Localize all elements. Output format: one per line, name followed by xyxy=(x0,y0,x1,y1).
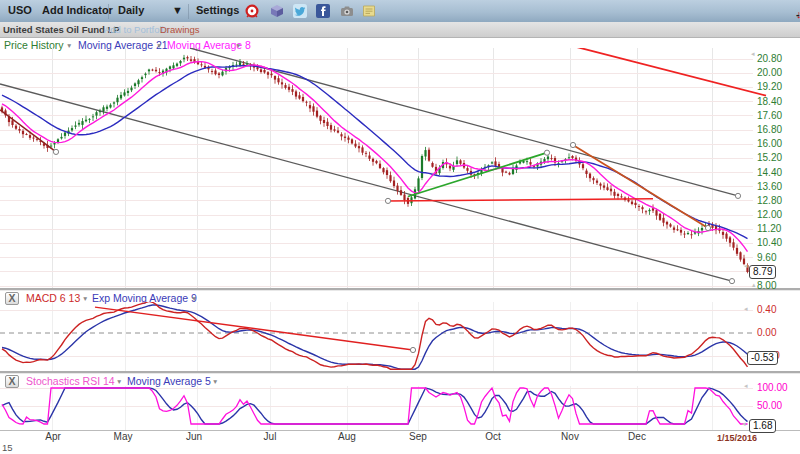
stoch-chart-canvas[interactable] xyxy=(0,386,800,430)
price-axis-label: 10.40 xyxy=(757,237,782,249)
chevron-down-icon[interactable]: ▼ xyxy=(191,295,197,302)
settings-button[interactable]: Settings xyxy=(196,4,239,16)
price-axis-label: 8.00 xyxy=(757,280,776,292)
scroll-arrow-icon[interactable]: ▴ xyxy=(752,281,756,289)
price-axis-label: 14.40 xyxy=(757,167,782,179)
month-label-oct: Oct xyxy=(485,431,501,442)
company-name: United States Oil Fund LP xyxy=(3,24,120,35)
alarm-clock-icon[interactable] xyxy=(245,4,259,18)
month-label-nov: Nov xyxy=(561,431,579,442)
month-label-jul: Jul xyxy=(264,431,277,442)
price-axis-label: 16.80 xyxy=(757,124,782,136)
price-axis-label: 13.60 xyxy=(757,181,782,193)
macd-axis-label: 0.40 xyxy=(757,304,776,316)
month-label-sep: Sep xyxy=(409,431,427,442)
stoch-axis-label: 100.00 xyxy=(757,382,788,394)
month-label-apr: Apr xyxy=(45,431,61,442)
price-axis-label: 9.60 xyxy=(757,252,776,264)
last-date-label: 1/15/2016 xyxy=(717,433,757,443)
notes-icon[interactable] xyxy=(362,4,376,18)
toolbar: USO Add Indicator Daily ▼ Settings ↓-0.4… xyxy=(0,0,800,23)
chevron-down-icon[interactable]: ▼ xyxy=(82,295,88,302)
panel-divider[interactable] xyxy=(0,288,800,291)
twitter-icon[interactable] xyxy=(293,4,307,18)
macd-chart-canvas[interactable] xyxy=(0,302,800,371)
last-price-badge: 8.79 xyxy=(749,265,776,279)
symbol-subheader: United States Oil Fund LP Add to Portfol… xyxy=(0,22,800,38)
chevron-down-icon[interactable]: ▼ xyxy=(172,4,183,16)
price-chart-canvas[interactable] xyxy=(0,48,800,288)
toolbar-separator xyxy=(188,4,189,19)
scroll-arrow-icon[interactable]: ◂ xyxy=(744,382,748,390)
month-label-aug: Aug xyxy=(338,431,356,442)
price-axis-label: 16.00 xyxy=(757,138,782,150)
stoch-value-badge: 1.68 xyxy=(749,419,776,433)
month-label-may: May xyxy=(114,431,133,442)
symbol-ticker[interactable]: USO xyxy=(8,4,32,16)
price-axis-label: 18.40 xyxy=(757,96,782,108)
scroll-arrow-icon[interactable]: ◂ xyxy=(742,420,746,428)
stoch-axis-label: 50.00 xyxy=(757,400,782,412)
chevron-down-icon[interactable]: ▼ xyxy=(116,378,122,385)
year-fragment-label: 15 xyxy=(2,442,13,453)
panel-divider[interactable] xyxy=(0,371,800,374)
price-axis-label: 12.80 xyxy=(757,195,782,207)
stock-chart-app: USO Add Indicator Daily ▼ Settings ↓-0.4… xyxy=(0,0,800,454)
price-axis-label: 17.60 xyxy=(757,110,782,122)
price-axis-label: 15.20 xyxy=(757,152,782,164)
price-axis-label: 20.80 xyxy=(757,53,782,65)
facebook-icon[interactable] xyxy=(316,4,330,18)
month-label-dec: Dec xyxy=(628,431,646,442)
scroll-arrow-icon[interactable]: ◂ xyxy=(744,305,748,313)
scroll-arrow-icon[interactable]: ◂ xyxy=(751,50,755,58)
cube-icon[interactable] xyxy=(270,4,284,18)
scroll-arrow-icon[interactable]: ◂ xyxy=(744,262,748,270)
toolbar-separator xyxy=(108,4,109,19)
month-label-jun: Jun xyxy=(186,431,202,442)
price-axis-label: 11.20 xyxy=(757,223,781,235)
add-indicator-button[interactable]: Add Indicator xyxy=(42,4,113,16)
drawings-link[interactable]: Drawings xyxy=(160,24,200,35)
price-axis-label: 19.20 xyxy=(757,81,782,93)
camera-icon[interactable] xyxy=(340,4,354,18)
macd-value-badge: -0.53 xyxy=(747,351,778,365)
price-axis-label: 12.00 xyxy=(757,209,782,221)
change-value: -0.44 (-4.77%) xyxy=(796,8,800,20)
chevron-down-icon[interactable]: ▼ xyxy=(212,378,218,385)
price-axis-label: 20.00 xyxy=(757,67,782,79)
timeframe-dropdown[interactable]: Daily xyxy=(118,4,144,16)
macd-axis-label: 0.00 xyxy=(757,327,776,339)
